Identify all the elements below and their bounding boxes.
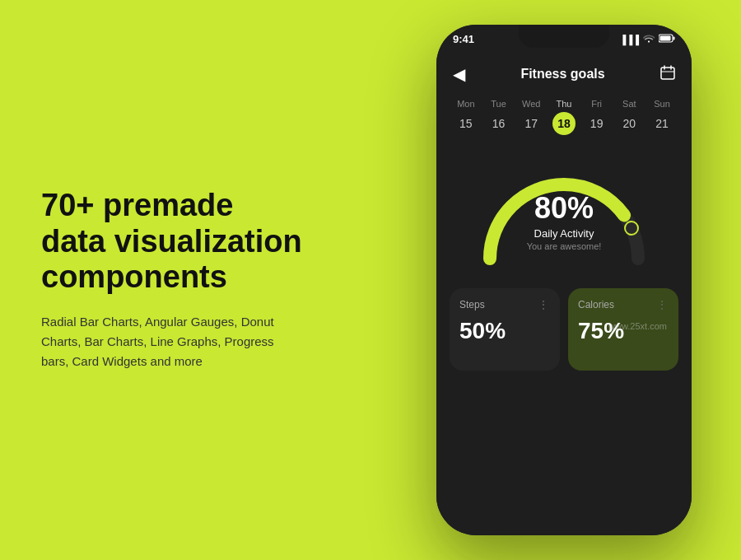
calendar-day[interactable]: Fri 19	[585, 99, 608, 135]
gauge-section: 80% Daily Activity You are awesome!	[436, 143, 692, 280]
calendar-day[interactable]: Sun 21	[650, 99, 673, 135]
day-name: Thu	[556, 99, 571, 109]
day-name: Tue	[491, 99, 506, 109]
cards-section: Steps ⋮ 50% Calories ⋮ 75%	[436, 280, 692, 379]
battery-icon	[659, 34, 675, 44]
back-button[interactable]: ◀	[453, 64, 465, 84]
calendar-day[interactable]: Sat 20	[618, 99, 641, 135]
stat-card: Calories ⋮ 75%	[568, 288, 678, 371]
card-menu[interactable]: ⋮	[538, 298, 550, 311]
phone-wrapper: 9:41 ▐▐▐	[436, 25, 692, 535]
calendar-day[interactable]: Wed 17	[520, 99, 543, 135]
card-title: Calories	[578, 299, 614, 310]
day-name: Wed	[522, 99, 540, 109]
headline: 70+ premade data visualization component…	[41, 188, 305, 296]
svg-point-7	[625, 222, 638, 235]
day-name: Fri	[591, 99, 602, 109]
day-name: Sun	[654, 99, 670, 109]
calendar-strip: Mon 15 Tue 16 Wed 17 Thu 18 Fri 19 Sat 2…	[436, 94, 692, 143]
svg-rect-1	[673, 37, 675, 40]
day-name: Mon	[457, 99, 474, 109]
signal-icon: ▐▐▐	[620, 35, 639, 44]
subtext: Radial Bar Charts, Angular Gauges, Donut…	[41, 313, 305, 372]
day-number: 21	[650, 112, 673, 135]
day-number: 20	[618, 112, 641, 135]
gauge-canvas: 80% Daily Activity You are awesome!	[473, 152, 655, 267]
card-value: 50%	[459, 318, 550, 344]
status-icons: ▐▐▐	[620, 34, 675, 44]
card-title: Steps	[459, 299, 485, 310]
svg-rect-2	[660, 36, 671, 41]
calendar-day[interactable]: Thu 18	[552, 99, 576, 135]
calendar-icon[interactable]	[660, 65, 675, 83]
page-title: Fitness goals	[520, 67, 604, 82]
card-header: Steps ⋮	[459, 298, 550, 311]
day-number: 15	[454, 112, 478, 135]
app-header: ◀ Fitness goals	[436, 58, 692, 94]
card-menu[interactable]: ⋮	[656, 298, 669, 311]
stat-card: Steps ⋮ 50%	[450, 288, 560, 371]
gauge-label: Daily Activity	[527, 227, 602, 240]
left-panel: 70+ premade data visualization component…	[41, 188, 305, 371]
wifi-icon	[643, 34, 655, 44]
day-name: Sat	[622, 99, 636, 109]
notch	[519, 25, 609, 48]
day-number: 16	[487, 112, 510, 135]
calendar-day[interactable]: Mon 15	[454, 99, 478, 135]
calendar-day[interactable]: Tue 16	[487, 99, 510, 135]
gauge-sublabel: You are awesome!	[527, 241, 602, 251]
svg-rect-3	[661, 68, 674, 79]
day-number: 19	[585, 112, 608, 135]
phone-screen: 9:41 ▐▐▐	[436, 25, 692, 535]
day-number: 18	[552, 112, 576, 135]
card-header: Calories ⋮	[578, 298, 669, 311]
day-number: 17	[520, 112, 543, 135]
status-time: 9:41	[453, 33, 474, 45]
phone-frame: 9:41 ▐▐▐	[436, 25, 692, 535]
gauge-percent: 80%	[527, 191, 602, 226]
card-value: 75%	[578, 318, 669, 344]
gauge-center: 80% Daily Activity You are awesome!	[527, 191, 602, 251]
